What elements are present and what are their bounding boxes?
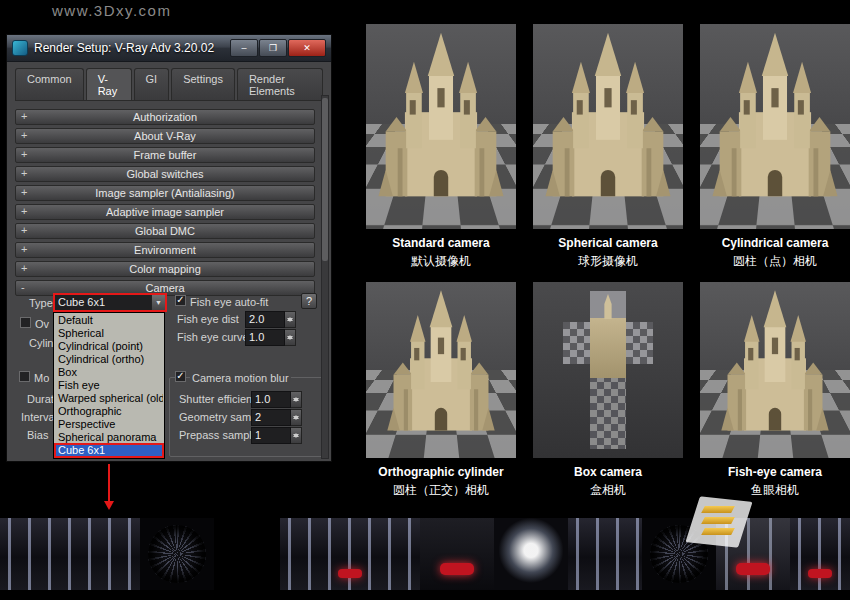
cathedral-image: [536, 28, 680, 208]
rollout-label: Image sampler (Antialiasing): [95, 187, 234, 199]
prepass-samples-field[interactable]: 1: [251, 427, 291, 444]
geometry-samples-field[interactable]: 2: [251, 409, 291, 426]
caption-zh: 圆柱（点）相机: [700, 253, 850, 270]
caption: Fish-eye camera 鱼眼相机: [700, 465, 850, 499]
motion-blur-left-checkbox[interactable]: [19, 371, 30, 382]
tab-v-ray[interactable]: V-Ray: [86, 68, 132, 100]
rollout-adaptive-image-sampler[interactable]: +Adaptive image sampler: [15, 204, 315, 220]
expand-icon: +: [21, 110, 27, 122]
override-fov-checkbox[interactable]: [20, 317, 31, 328]
shutter-efficiency-spinner[interactable]: [291, 391, 302, 408]
expand-icon: +: [21, 148, 27, 160]
camera-type-combo[interactable]: Cube 6x1: [53, 293, 167, 312]
strip-thumbnail-5-car: [420, 518, 494, 590]
render-image: [366, 24, 516, 229]
fish-eye-curve-spinner[interactable]: [285, 329, 296, 346]
cubemap-cross: [563, 291, 653, 449]
prepass-samples-spinner[interactable]: [291, 427, 302, 444]
expand-icon: +: [21, 243, 27, 255]
scrollbar-thumb[interactable]: [322, 98, 328, 261]
render-image: [366, 282, 516, 458]
title-bar[interactable]: Render Setup: V-Ray Adv 3.20.02 – ❐ ✕: [7, 35, 331, 62]
tab-render-elements[interactable]: Render Elements: [237, 68, 323, 100]
shutter-efficiency-field[interactable]: 1.0: [251, 391, 291, 408]
fish-eye-dist-spinner[interactable]: [285, 311, 296, 328]
strip-thumbnail-7-panorama: [568, 518, 642, 590]
caption-zh: 圆柱（正交）相机: [366, 482, 516, 499]
caption: Cylindrical camera 圆柱（点）相机: [700, 236, 850, 270]
camera-gallery: Standard camera 默认摄像机: [366, 24, 850, 499]
gallery-cell-box-camera: Box camera 盒相机: [533, 282, 683, 499]
rollout-authorization[interactable]: +Authorization: [15, 109, 315, 125]
rollout-label: Environment: [134, 244, 196, 256]
close-button[interactable]: ✕: [288, 39, 326, 57]
gallery-cell-cylindrical-camera: Cylindrical camera 圆柱（点）相机: [700, 24, 850, 270]
dropdown-option-warped-spherical-old-s[interactable]: Warped spherical (old-s: [55, 392, 163, 405]
caption-en: Fish-eye camera: [700, 465, 850, 479]
cubemap-vertical: [590, 291, 626, 449]
fish-eye-auto-fit-label: Fish eye auto-fit: [190, 296, 268, 308]
fish-eye-curve-field[interactable]: 1.0: [245, 329, 285, 346]
dropdown-option-cylindrical-point[interactable]: Cylindrical (point): [55, 340, 163, 353]
rollout-label: Frame buffer: [134, 149, 197, 161]
rollout-label: Color mapping: [129, 263, 201, 275]
expand-icon: +: [21, 186, 27, 198]
caption-en: Cylindrical camera: [700, 236, 850, 250]
minimize-button[interactable]: –: [230, 39, 258, 57]
strip-thumbnail-1-panorama: [0, 518, 140, 590]
motion-blur-left-label: Mo: [34, 372, 49, 384]
gallery-row-1: Standard camera 默认摄像机: [366, 24, 850, 270]
tab-gi[interactable]: GI: [134, 68, 170, 100]
dropdown-option-cube-6x1[interactable]: Cube 6x1: [55, 444, 163, 457]
dropdown-option-spherical[interactable]: Spherical: [55, 327, 163, 340]
watermark-text: www.3Dxy.com: [52, 2, 171, 19]
dropdown-option-orthographic[interactable]: Orthographic: [55, 405, 163, 418]
chevron-down-icon[interactable]: [151, 295, 165, 310]
duration-label: Durati: [27, 393, 56, 405]
camera-motion-blur-label: Camera motion blur: [190, 372, 291, 384]
fish-eye-auto-fit-checkbox[interactable]: [175, 295, 186, 306]
logo-bar-icon: [701, 528, 735, 535]
dropdown-option-fish-eye[interactable]: Fish eye: [55, 379, 163, 392]
render-image: [700, 24, 850, 229]
maximize-button[interactable]: ❐: [259, 39, 287, 57]
dropdown-option-default[interactable]: Default: [55, 314, 163, 327]
caption-en: Orthographic cylinder: [366, 465, 516, 479]
render-image: [533, 24, 683, 229]
cathedral-image: [713, 286, 837, 441]
caption-zh: 盒相机: [533, 482, 683, 499]
rollout-about-v-ray[interactable]: +About V-Ray: [15, 128, 315, 144]
rollout-global-dmc[interactable]: +Global DMC: [15, 223, 315, 239]
dropdown-option-box[interactable]: Box: [55, 366, 163, 379]
tab-settings[interactable]: Settings: [171, 68, 235, 100]
expand-icon: +: [21, 167, 27, 179]
camera-panel: Type Cube 6x1 ? Fish eye auto-fit Fish e…: [7, 291, 333, 463]
scrollbar[interactable]: [321, 95, 329, 459]
gallery-cell-fish-eye-camera: Fish-eye camera 鱼眼相机: [700, 282, 850, 499]
caption-en: Spherical camera: [533, 236, 683, 250]
rollout-image-sampler-antialiasing[interactable]: +Image sampler (Antialiasing): [15, 185, 315, 201]
gallery-cell-spherical-camera: Spherical camera 球形摄像机: [533, 24, 683, 270]
fish-eye-dist-label: Fish eye dist: [177, 313, 239, 325]
tab-common[interactable]: Common: [15, 68, 84, 100]
window-buttons: – ❐ ✕: [230, 39, 326, 57]
dropdown-option-cylindrical-ortho[interactable]: Cylindrical (ortho): [55, 353, 163, 366]
rollout-color-mapping[interactable]: +Color mapping: [15, 261, 315, 277]
caption: Spherical camera 球形摄像机: [533, 236, 683, 270]
geometry-samples-spinner[interactable]: [291, 409, 302, 426]
fish-eye-dist-field-group: 2.0: [245, 311, 296, 328]
site-logo: [692, 499, 746, 545]
rollout-environment[interactable]: +Environment: [15, 242, 315, 258]
camera-motion-blur-checkbox[interactable]: [175, 371, 186, 382]
strip-thumbnail-10-panorama-car: [790, 518, 850, 590]
maximize-icon: ❐: [269, 43, 277, 53]
dropdown-option-spherical-panorama[interactable]: Spherical panorama: [55, 431, 163, 444]
fish-eye-dist-field[interactable]: 2.0: [245, 311, 285, 328]
rollout-frame-buffer[interactable]: +Frame buffer: [15, 147, 315, 163]
dropdown-option-perspective[interactable]: Perspective: [55, 418, 163, 431]
help-button[interactable]: ?: [301, 293, 317, 309]
caption-zh: 鱼眼相机: [700, 482, 850, 499]
expand-icon: +: [21, 224, 27, 236]
interval-label: Interva: [21, 411, 55, 423]
rollout-global-switches[interactable]: +Global switches: [15, 166, 315, 182]
